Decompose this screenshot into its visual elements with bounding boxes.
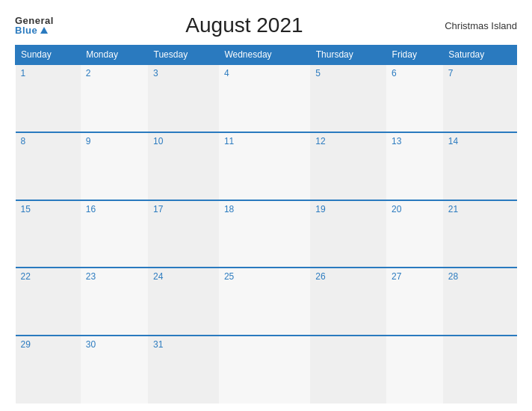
calendar-cell: 16 [81,200,148,268]
day-number: 26 [315,271,325,282]
day-number: 30 [86,339,96,350]
calendar-table: Sunday Monday Tuesday Wednesday Thursday… [15,45,517,404]
calendar-week-row: 1234567 [16,64,517,132]
calendar-cell: 21 [443,200,517,268]
calendar-cell: 23 [81,268,148,336]
day-number: 10 [153,136,163,146]
day-number: 12 [315,136,325,146]
calendar-cell: 20 [386,200,443,268]
day-number: 3 [153,68,158,78]
calendar-cell: 12 [310,132,386,200]
calendar-cell: 30 [81,336,148,404]
calendar-cell: 24 [148,268,219,336]
calendar-cell: 3 [148,64,219,132]
calendar-cell: 4 [219,64,310,132]
day-number: 21 [448,204,458,214]
logo: General Blue [15,16,54,35]
day-number: 2 [86,68,91,78]
calendar-header: General Blue August 2021 Christmas Islan… [15,13,517,37]
calendar-cell [219,336,310,404]
day-number: 13 [392,136,401,146]
day-number: 18 [224,204,234,214]
calendar-cell: 26 [310,268,386,336]
calendar-cell: 17 [148,200,219,268]
day-number: 14 [448,136,458,146]
day-number: 19 [315,204,325,214]
calendar-cell: 31 [148,336,219,404]
calendar-week-row: 22232425262728 [16,268,517,336]
day-number: 4 [224,68,229,78]
calendar-week-row: 891011121314 [16,132,517,200]
weekday-header-row: Sunday Monday Tuesday Wednesday Thursday… [16,46,517,65]
calendar-cell: 9 [81,132,148,200]
col-wednesday: Wednesday [219,46,310,65]
calendar-cell: 29 [16,336,81,404]
calendar-cell: 2 [81,64,148,132]
calendar-cell [310,336,386,404]
day-number: 7 [448,68,454,78]
logo-blue-text: Blue [15,25,48,35]
day-number: 5 [315,68,321,78]
day-number: 8 [21,136,26,146]
calendar-cell: 6 [386,64,443,132]
calendar-week-row: 293031 [16,336,517,404]
day-number: 6 [392,68,397,78]
day-number: 15 [21,204,31,214]
day-number: 23 [86,271,96,282]
calendar-cell: 10 [148,132,219,200]
day-number: 28 [448,271,458,282]
calendar-cell: 15 [16,200,81,268]
day-number: 11 [224,136,234,146]
calendar-week-row: 15161718192021 [16,200,517,268]
col-sunday: Sunday [16,46,81,65]
day-number: 29 [21,339,31,350]
col-friday: Friday [386,46,443,65]
calendar-cell: 14 [443,132,517,200]
calendar-cell: 25 [219,268,310,336]
calendar-title: August 2021 [54,13,435,37]
day-number: 22 [21,271,31,282]
day-number: 20 [392,204,401,214]
day-number: 31 [153,339,163,350]
day-number: 16 [86,204,96,214]
calendar-cell: 7 [443,64,517,132]
calendar-cell: 5 [310,64,386,132]
day-number: 9 [86,136,91,146]
day-number: 24 [153,271,163,282]
calendar-cell: 11 [219,132,310,200]
col-tuesday: Tuesday [148,46,219,65]
day-number: 27 [392,271,401,282]
day-number: 1 [21,68,26,78]
calendar-cell: 13 [386,132,443,200]
calendar-cell: 18 [219,200,310,268]
logo-triangle-icon [40,27,48,34]
calendar-cell: 22 [16,268,81,336]
col-saturday: Saturday [443,46,517,65]
calendar-cell: 1 [16,64,81,132]
calendar-cell: 19 [310,200,386,268]
calendar-cell: 27 [386,268,443,336]
calendar-cell [386,336,443,404]
col-thursday: Thursday [310,46,386,65]
col-monday: Monday [81,46,148,65]
calendar-cell [443,336,517,404]
calendar-cell: 28 [443,268,517,336]
calendar-cell: 8 [16,132,81,200]
day-number: 17 [153,204,163,214]
location-label: Christmas Island [435,20,517,31]
calendar-page: General Blue August 2021 Christmas Islan… [0,0,532,411]
day-number: 25 [224,271,234,282]
